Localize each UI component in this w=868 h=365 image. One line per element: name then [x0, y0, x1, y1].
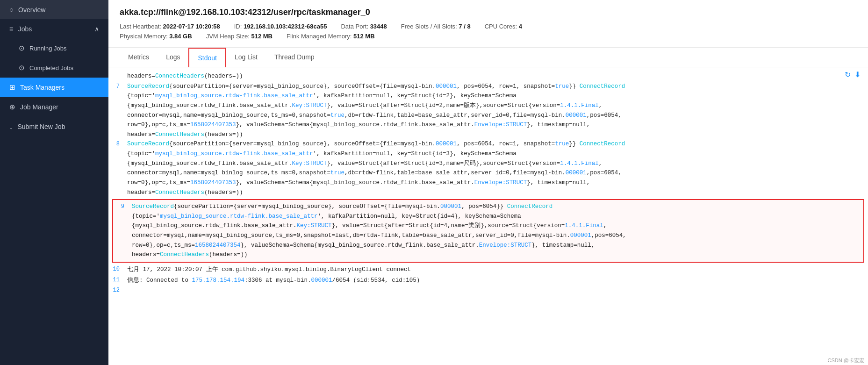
free-slots-value: 7 / 8 — [459, 23, 470, 30]
log-line-12: 12 — [108, 286, 868, 296]
line-text: 七月 17, 2022 10:20:07 上午 com.github.shyik… — [127, 265, 861, 275]
physical-memory-value: 3.84 GB — [169, 33, 192, 40]
cpu-cores-info: CPU Cores: 4 — [485, 23, 522, 30]
info-row-1: Last Heartbeat: 2022-07-17 10:20:58 ID: … — [120, 23, 857, 30]
sidebar: ○ Overview ≡ Jobs ∧ ⊙ Running Jobs ⊙ Com… — [0, 0, 108, 365]
log-line-10: 10 七月 17, 2022 10:20:07 上午 com.github.sh… — [108, 265, 868, 275]
line-text: SourceRecord{sourcePartition={server=mys… — [127, 82, 861, 140]
line-num: 12 — [108, 286, 127, 295]
log-line-11: 11 信息: Connected to 175.178.154.194:3306… — [108, 275, 868, 286]
submit-icon: ↓ — [9, 122, 13, 130]
data-port-info: Data Port: 33448 — [341, 23, 387, 30]
line-text: 信息: Connected to 175.178.154.194:3306 at… — [127, 276, 861, 286]
line-text — [127, 286, 861, 295]
flink-memory-value: 512 MB — [353, 33, 375, 40]
tab-logs[interactable]: Logs — [158, 48, 188, 67]
completed-jobs-icon: ⊙ — [19, 64, 25, 72]
sidebar-item-overview[interactable]: ○ Overview — [0, 0, 108, 19]
jvm-heap-value: 512 MB — [251, 33, 273, 40]
physical-memory-info: Physical Memory: 3.84 GB — [120, 33, 192, 40]
line-num: 7 — [108, 82, 127, 140]
job-manager-icon: ⊕ — [9, 103, 15, 111]
sidebar-section-jobs[interactable]: ≡ Jobs ∧ — [0, 19, 108, 38]
sidebar-item-label: Overview — [18, 6, 45, 14]
tabs-bar: Metrics Logs Stdout Log List Thread Dump — [108, 48, 868, 67]
sidebar-item-submit-new-job[interactable]: ↓ Submit New Job — [0, 117, 108, 136]
sidebar-item-task-managers[interactable]: ⊞ Task Managers — [0, 78, 108, 97]
tab-metrics[interactable]: Metrics — [120, 48, 158, 67]
line-num: 10 — [108, 265, 127, 275]
jobs-icon: ≡ — [9, 25, 14, 33]
line-num: 8 — [108, 139, 127, 197]
log-content: headers=ConnectHeaders(headers=)) 7 Sour… — [108, 67, 868, 300]
sidebar-item-label: Submit New Job — [18, 123, 65, 130]
chevron-up-icon: ∧ — [94, 25, 99, 33]
log-line-9: 9 SourceRecord{sourcePartition={server=m… — [112, 199, 864, 263]
log-line-8: 8 SourceRecord{sourcePartition={server=m… — [108, 139, 868, 197]
line-num: 9 — [113, 202, 132, 260]
page-title: akka.tcp://flink@192.168.10.103:42312/us… — [120, 7, 857, 17]
task-managers-icon: ⊞ — [9, 83, 15, 92]
info-row-2: Physical Memory: 3.84 GB JVM Heap Size: … — [120, 33, 857, 40]
line-num — [108, 72, 127, 81]
tab-stdout[interactable]: Stdout — [188, 48, 226, 67]
log-toolbar: ↻ ⬇ — [845, 70, 861, 79]
sidebar-item-job-manager[interactable]: ⊕ Job Manager — [0, 97, 108, 117]
main-content: akka.tcp://flink@192.168.10.103:42312/us… — [108, 0, 868, 365]
last-heartbeat-label: Last Heartbeat: 2022-07-17 10:20:58 — [120, 23, 220, 30]
free-slots-info: Free Slots / All Slots: 7 / 8 — [401, 23, 471, 30]
flink-memory-info: Flink Managed Memory: 512 MB — [287, 33, 375, 40]
data-port-value: 33448 — [370, 23, 387, 30]
sidebar-item-label: Task Managers — [20, 84, 65, 91]
tab-log-list[interactable]: Log List — [226, 48, 266, 67]
line-num: 11 — [108, 276, 127, 286]
jvm-heap-info: JVM Heap Size: 512 MB — [206, 33, 273, 40]
sidebar-item-label: Job Manager — [20, 103, 58, 111]
watermark: CSDN @卡宏宏 — [824, 356, 868, 365]
tab-thread-dump[interactable]: Thread Dump — [266, 48, 323, 67]
sidebar-item-label: Running Jobs — [29, 45, 67, 52]
sidebar-jobs-label: Jobs — [18, 25, 32, 33]
task-manager-header: akka.tcp://flink@192.168.10.103:42312/us… — [108, 0, 868, 48]
sidebar-item-running-jobs[interactable]: ⊙ Running Jobs — [0, 38, 108, 58]
log-container[interactable]: ↻ ⬇ headers=ConnectHeaders(headers=)) 7 … — [108, 67, 868, 365]
id-info: ID: 192.168.10.103:42312-68ca55 — [234, 23, 327, 30]
overview-icon: ○ — [9, 6, 14, 14]
running-jobs-icon: ⊙ — [19, 44, 25, 52]
cpu-cores-value: 4 — [519, 23, 522, 30]
download-button[interactable]: ⬇ — [854, 70, 861, 79]
last-heartbeat-value: 2022-07-17 10:20:58 — [163, 23, 220, 30]
sidebar-item-completed-jobs[interactable]: ⊙ Completed Jobs — [0, 58, 108, 78]
id-value: 192.168.10.103:42312-68ca55 — [244, 23, 327, 30]
line-text: SourceRecord{sourcePartition={server=mys… — [127, 139, 861, 197]
line-text: SourceRecord{sourcePartition={server=mys… — [132, 202, 863, 260]
sidebar-item-label: Completed Jobs — [29, 64, 73, 72]
line-text: headers=ConnectHeaders(headers=)) — [127, 72, 861, 81]
log-line-continuation: headers=ConnectHeaders(headers=)) — [108, 71, 868, 82]
refresh-button[interactable]: ↻ — [845, 70, 851, 79]
log-line-7: 7 SourceRecord{sourcePartition={server=m… — [108, 82, 868, 140]
